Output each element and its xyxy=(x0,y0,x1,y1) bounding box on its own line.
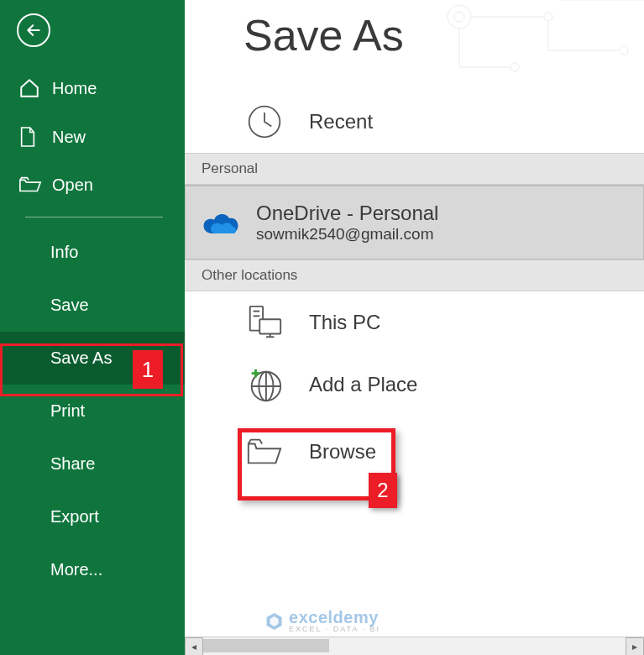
thispc-icon xyxy=(243,301,285,343)
location-onedrive[interactable]: OneDrive - Personal sowmik2540@gmail.com xyxy=(185,185,644,259)
svg-point-3 xyxy=(544,13,552,21)
onedrive-email: sowmik2540@gmail.com xyxy=(256,225,438,244)
scroll-track[interactable] xyxy=(203,637,626,656)
location-label: Recent xyxy=(309,110,373,134)
addplace-icon xyxy=(243,364,285,406)
decorative-circuit-icon xyxy=(426,0,644,92)
svg-point-5 xyxy=(510,63,519,71)
scroll-thumb[interactable] xyxy=(203,639,329,652)
location-browse[interactable]: Browse xyxy=(243,421,644,483)
scroll-left-button[interactable]: ◂ xyxy=(185,637,203,656)
horizontal-scrollbar[interactable]: ◂ ▸ xyxy=(185,637,644,655)
back-button[interactable] xyxy=(17,13,50,47)
section-header-personal: Personal xyxy=(185,153,644,185)
sidebar-item-home[interactable]: Home xyxy=(0,64,185,113)
scroll-right-button[interactable]: ▸ xyxy=(626,637,644,656)
sidebar-item-saveas[interactable]: Save As xyxy=(0,332,185,385)
home-icon xyxy=(18,77,44,99)
location-label: This PC xyxy=(309,311,380,334)
svg-point-2 xyxy=(454,12,464,22)
clock-icon xyxy=(243,101,285,143)
sidebar-item-save[interactable]: Save xyxy=(0,279,185,332)
watermark-text: exceldemy xyxy=(289,609,380,626)
arrow-left-icon xyxy=(25,22,42,39)
watermark: exceldemy EXCEL · DATA · BI xyxy=(264,609,380,633)
backstage-sidebar: Home New Open Info Save Save As Print Sh… xyxy=(0,0,185,655)
watermark-subtext: EXCEL · DATA · BI xyxy=(289,626,380,633)
sidebar-divider xyxy=(25,217,163,217)
watermark-icon xyxy=(264,611,284,631)
location-label: Add a Place xyxy=(309,373,417,396)
sidebar-item-share[interactable]: Share xyxy=(0,438,185,490)
svg-point-1 xyxy=(448,5,471,29)
sidebar-item-info[interactable]: Info xyxy=(0,226,185,279)
app-root: Home New Open Info Save Save As Print Sh… xyxy=(0,0,644,655)
onedrive-icon xyxy=(201,202,241,243)
main-panel: Save As Recent Personal OneDrive - Perso… xyxy=(185,0,644,655)
new-file-icon xyxy=(18,126,44,148)
folder-open-icon xyxy=(18,175,44,195)
svg-point-4 xyxy=(620,46,628,55)
sidebar-item-export[interactable]: Export xyxy=(0,490,185,543)
svg-rect-11 xyxy=(259,319,280,333)
location-recent[interactable]: Recent xyxy=(243,91,644,153)
sidebar-item-label: New xyxy=(52,128,86,147)
location-addplace[interactable]: Add a Place xyxy=(243,354,644,416)
sidebar-item-open[interactable]: Open xyxy=(0,161,185,208)
browse-folder-icon xyxy=(243,431,285,473)
sidebar-item-print[interactable]: Print xyxy=(0,385,185,438)
sidebar-item-label: Home xyxy=(52,79,97,98)
section-header-other: Other locations xyxy=(185,259,644,291)
location-thispc[interactable]: This PC xyxy=(243,291,644,354)
onedrive-title: OneDrive - Personal xyxy=(256,202,438,225)
location-label: Browse xyxy=(309,440,376,464)
sidebar-item-new[interactable]: New xyxy=(0,113,185,161)
onedrive-text: OneDrive - Personal sowmik2540@gmail.com xyxy=(256,202,438,244)
sidebar-item-label: Open xyxy=(52,176,93,195)
sidebar-item-more[interactable]: More... xyxy=(0,543,185,596)
